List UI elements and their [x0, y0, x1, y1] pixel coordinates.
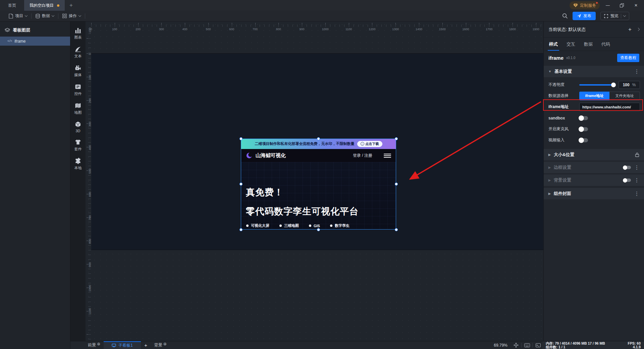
selection-handle[interactable] [239, 228, 243, 231]
lock-icon[interactable] [635, 152, 639, 157]
kebab-menu-icon[interactable]: ⋮ [634, 164, 639, 170]
keyboard-icon[interactable] [523, 342, 531, 348]
background-toggle[interactable] [624, 179, 631, 182]
tab-my-blank-project[interactable]: 我的空白项目 [24, 0, 65, 11]
hero-bullet: 三维地图 [279, 223, 299, 228]
download-button[interactable]: ↓ 点击下载 [357, 141, 382, 147]
toolbox-item[interactable]: 本地 [74, 157, 82, 170]
toolbox-item[interactable]: 文本 [74, 46, 82, 59]
tab-style[interactable]: 样式 [549, 38, 558, 51]
zoom-level[interactable]: 69.79% [494, 343, 512, 348]
toolbox-item[interactable]: 地图 [74, 102, 82, 115]
custom-service-button[interactable]: 定制服务 [570, 1, 600, 9]
iframe-url-label: iframe地址 [548, 104, 579, 110]
close-button[interactable]: ✕ [630, 1, 642, 10]
selection-handle[interactable] [239, 137, 243, 140]
selection-handle[interactable] [395, 183, 398, 186]
toolbox-label: 媒体 [74, 72, 82, 78]
publish-button[interactable]: 发布 [573, 12, 596, 20]
selection-handle[interactable] [395, 137, 398, 140]
triangle-right-icon: ▶ [548, 192, 551, 195]
toolbox-icon [74, 157, 82, 164]
hero-bullet: 数字孪生 [330, 223, 350, 228]
ruler-number: 500 [197, 28, 220, 31]
circle-plus-icon[interactable]: ⊕ [97, 342, 100, 346]
console-icon[interactable] [534, 342, 542, 348]
circle-plus-icon[interactable]: ⊕ [163, 342, 167, 346]
kebab-menu-icon[interactable]: ⋮ [634, 68, 639, 74]
ruler-number: 1700 [477, 28, 501, 31]
selection-handle[interactable] [317, 137, 320, 140]
restore-button[interactable] [616, 1, 628, 10]
sub-board-tab[interactable]: 子看板1 [104, 341, 141, 349]
selection-handle[interactable] [395, 228, 398, 231]
menu-operations[interactable]: 操作 [58, 11, 85, 21]
kebab-menu-icon[interactable]: ⋮ [634, 191, 639, 197]
video-input-toggle[interactable] [579, 138, 588, 142]
menu-project-label: 项目 [15, 13, 23, 19]
ruler-number: 600 [86, 183, 94, 206]
microphone-toggle[interactable] [579, 127, 588, 131]
option-iframe-url[interactable]: iframe地址 [579, 92, 609, 100]
state-bar: 当前状态: 默认状态 + [544, 21, 644, 38]
search-icon[interactable] [562, 13, 568, 19]
fit-screen-icon[interactable] [512, 342, 520, 348]
add-state-button[interactable]: + [628, 26, 632, 33]
component-name: iframe [548, 55, 564, 61]
toolbox-item[interactable]: 控件 [74, 83, 82, 96]
app-version: 4.1.9 [633, 345, 641, 349]
bullet-dot [279, 225, 282, 227]
section-component-cover[interactable]: ▶ 组件封面 ⋮ [544, 188, 644, 199]
iframe-url-input[interactable]: https://www.shanhaibi.com/ [579, 103, 640, 111]
component-count-stat: 组件数: 1 / 1 [546, 345, 565, 349]
preview-button[interactable]: 预览 [600, 12, 629, 20]
add-board-button[interactable]: + [141, 341, 151, 349]
background-label: 背景 [154, 342, 162, 348]
toolbox-item[interactable]: 媒体 [74, 64, 82, 78]
tab-home[interactable]: 首页 [0, 0, 24, 11]
view-tutorial-button[interactable]: 查看教程 [617, 54, 639, 62]
opacity-value-input[interactable]: 100 % [619, 81, 640, 89]
option-folder-url[interactable]: 文件夹地址 [609, 92, 640, 100]
menu-project[interactable]: 项目 [5, 11, 31, 21]
tab-code[interactable]: 代码 [601, 38, 610, 51]
slider-knob[interactable] [611, 83, 616, 87]
menu-data[interactable]: 数据 [32, 11, 58, 21]
selection-handle[interactable] [317, 228, 320, 231]
kebab-menu-icon[interactable]: ⋮ [634, 177, 639, 183]
chevron-right-icon[interactable] [637, 28, 640, 31]
component-toolbox: 图表 文本 媒体 控件 地图 3D [70, 21, 86, 341]
section-background-settings[interactable]: ▶ 背景设置 ⋮ [544, 174, 644, 186]
layer-item-iframe[interactable]: </> iframe [0, 37, 70, 46]
hamburger-menu-icon[interactable] [384, 154, 391, 158]
sandbox-toggle[interactable] [579, 116, 588, 120]
unsaved-dot [57, 4, 59, 7]
minimize-button[interactable]: — [602, 1, 614, 10]
toolbox-item[interactable]: 3D [74, 121, 82, 133]
toolbox-icon [74, 27, 82, 34]
toolbox-item[interactable]: 图表 [74, 27, 82, 40]
chevron-down-icon [52, 14, 54, 17]
toolbox-item[interactable]: 套件 [74, 139, 82, 152]
opacity-slider[interactable] [579, 84, 615, 86]
foreground-button[interactable]: 前景 ⊕ [85, 341, 104, 349]
iframe-component[interactable]: 二维项目制作和私有化部署全流程免费，无水印，不限制数量 ↓ 点击下载 山海鲸可视… [241, 139, 396, 230]
ruler-number: 1900 [524, 28, 543, 31]
new-tab-button[interactable]: + [65, 0, 77, 11]
section-size-position[interactable]: ▶ 大小&位置 [544, 149, 644, 160]
section-border-settings[interactable]: ▶ 边框设置 ⋮ [544, 162, 644, 173]
ruler-number: 300 [86, 112, 94, 136]
tab-interaction[interactable]: 交互 [567, 38, 575, 51]
selection-handle[interactable] [239, 183, 243, 186]
divider [85, 13, 85, 19]
border-toggle[interactable] [624, 166, 631, 169]
menubar-right: 发布 预览 [562, 12, 644, 20]
background-button[interactable]: 背景 ⊕ [151, 341, 170, 349]
login-register-link[interactable]: 登录 / 注册 [353, 153, 372, 158]
layers-panel: 看板图层 </> iframe [0, 21, 70, 349]
foreground-label: 前景 [88, 342, 96, 348]
editor-canvas[interactable]: 0100200300400500600700800900100011001200… [86, 21, 543, 341]
tab-data[interactable]: 数据 [584, 38, 593, 51]
section-basic-settings[interactable]: ▼ 基本设置 ⋮ [544, 66, 644, 77]
datasource-segmented-control: iframe地址 文件夹地址 [579, 92, 640, 100]
